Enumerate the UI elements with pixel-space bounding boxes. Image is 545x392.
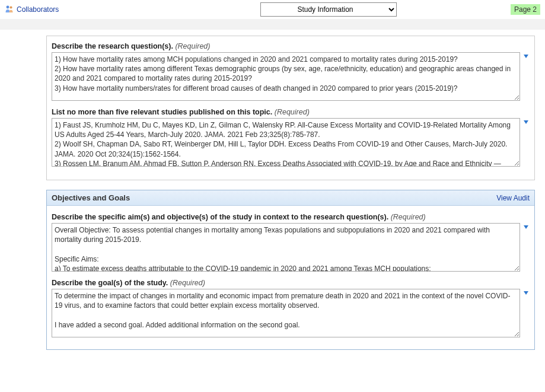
svg-marker-5 [524, 291, 528, 295]
expand-icon[interactable] [522, 224, 530, 231]
relevant-studies-label: List no more than five relevant studies … [52, 108, 530, 116]
section-nav-wrap: Study Information [147, 2, 511, 17]
objectives-body: Describe the specific aim(s) and objecti… [47, 206, 534, 349]
required-marker: (Required) [275, 108, 310, 116]
svg-marker-2 [524, 55, 528, 58]
objectives-header: Objectives and Goals View Audit [47, 190, 534, 206]
background-panel: Describe the research question(s). (Requ… [46, 36, 535, 180]
label-text: Describe the research question(s). [52, 42, 173, 50]
top-bar: Collaborators Study Information Page 2 [0, 0, 545, 19]
section-title: Objectives and Goals [52, 193, 130, 202]
svg-marker-4 [524, 225, 528, 229]
svg-marker-3 [524, 120, 528, 124]
expand-icon[interactable] [522, 119, 530, 126]
label-text: List no more than five relevant studies … [52, 108, 272, 116]
label-text: Describe the specific aim(s) and objecti… [52, 213, 388, 221]
goals-textarea[interactable] [52, 289, 520, 337]
view-audit-link[interactable]: View Audit [496, 194, 530, 202]
divider-band [0, 19, 545, 30]
research-question-label: Describe the research question(s). (Requ… [52, 42, 530, 50]
aims-label: Describe the specific aim(s) and objecti… [52, 213, 530, 221]
relevant-studies-field: List no more than five relevant studies … [52, 108, 530, 167]
goals-field: Describe the goal(s) of the study. (Requ… [52, 279, 530, 337]
svg-point-1 [9, 6, 12, 8]
expand-icon[interactable] [522, 53, 530, 60]
section-nav-select[interactable]: Study Information [260, 2, 397, 17]
people-icon [5, 5, 14, 15]
page-indicator: Page 2 [511, 4, 540, 15]
expand-icon[interactable] [522, 289, 530, 297]
label-text: Describe the goal(s) of the study. [52, 279, 168, 287]
research-question-textarea[interactable] [52, 52, 520, 101]
required-marker: (Required) [391, 213, 426, 221]
aims-field: Describe the specific aim(s) and objecti… [52, 213, 530, 272]
required-marker: (Required) [170, 279, 205, 287]
objectives-panel: Objectives and Goals View Audit Describe… [46, 190, 535, 350]
svg-point-0 [7, 5, 9, 8]
aims-textarea[interactable] [52, 223, 520, 272]
collaborators-group: Collaborators [5, 5, 147, 15]
goals-label: Describe the goal(s) of the study. (Requ… [52, 279, 530, 287]
required-marker: (Required) [175, 42, 210, 50]
research-question-field: Describe the research question(s). (Requ… [52, 42, 530, 101]
collaborators-link[interactable]: Collaborators [17, 5, 59, 14]
relevant-studies-textarea[interactable] [52, 118, 520, 167]
